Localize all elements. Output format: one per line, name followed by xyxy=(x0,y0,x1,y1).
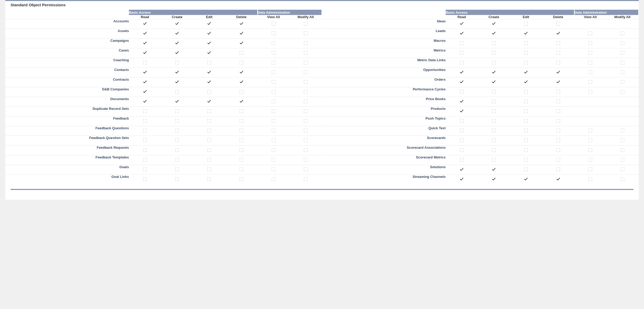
perm-cell-view all[interactable] xyxy=(258,78,290,87)
perm-cell-modify all[interactable] xyxy=(606,155,638,165)
perm-cell-delete[interactable] xyxy=(225,39,257,48)
perm-cell-modify all[interactable] xyxy=(290,165,322,175)
perm-cell-view all[interactable] xyxy=(258,165,290,175)
perm-cell-modify all[interactable] xyxy=(290,78,322,87)
perm-cell-read[interactable] xyxy=(129,146,161,155)
perm-cell-edit[interactable] xyxy=(510,116,542,126)
perm-cell-delete[interactable] xyxy=(225,97,257,107)
perm-cell-delete[interactable] xyxy=(542,146,574,155)
perm-cell-view all[interactable] xyxy=(574,136,606,146)
perm-cell-delete[interactable] xyxy=(225,136,257,146)
perm-cell-view all[interactable] xyxy=(574,97,606,107)
perm-cell-read[interactable] xyxy=(129,29,161,39)
perm-cell-edit[interactable] xyxy=(193,136,225,146)
perm-cell-edit[interactable] xyxy=(193,146,225,155)
perm-cell-delete[interactable] xyxy=(542,107,574,116)
perm-cell-delete[interactable] xyxy=(225,146,257,155)
perm-cell-create[interactable] xyxy=(161,19,193,29)
perm-cell-modify all[interactable] xyxy=(606,19,638,29)
perm-cell-read[interactable] xyxy=(446,87,478,97)
perm-cell-create[interactable] xyxy=(161,126,193,136)
perm-cell-modify all[interactable] xyxy=(290,39,322,48)
perm-cell-view all[interactable] xyxy=(258,107,290,116)
perm-cell-modify all[interactable] xyxy=(290,126,322,136)
perm-cell-delete[interactable] xyxy=(542,68,574,78)
perm-cell-modify all[interactable] xyxy=(606,107,638,116)
perm-cell-read[interactable] xyxy=(129,116,161,126)
perm-cell-delete[interactable] xyxy=(542,39,574,48)
perm-cell-delete[interactable] xyxy=(225,68,257,78)
perm-cell-modify all[interactable] xyxy=(606,136,638,146)
perm-cell-create[interactable] xyxy=(478,107,510,116)
perm-cell-read[interactable] xyxy=(446,126,478,136)
perm-cell-modify all[interactable] xyxy=(606,58,638,68)
perm-cell-edit[interactable] xyxy=(510,175,542,184)
perm-cell-create[interactable] xyxy=(161,39,193,48)
perm-cell-delete[interactable] xyxy=(225,126,257,136)
perm-cell-view all[interactable] xyxy=(574,175,606,184)
perm-cell-read[interactable] xyxy=(129,175,161,184)
perm-cell-delete[interactable] xyxy=(225,29,257,39)
perm-cell-modify all[interactable] xyxy=(606,146,638,155)
perm-cell-view all[interactable] xyxy=(258,87,290,97)
perm-cell-edit[interactable] xyxy=(193,68,225,78)
perm-cell-edit[interactable] xyxy=(510,87,542,97)
perm-cell-read[interactable] xyxy=(129,136,161,146)
perm-cell-modify all[interactable] xyxy=(606,175,638,184)
perm-cell-read[interactable] xyxy=(129,87,161,97)
perm-cell-edit[interactable] xyxy=(510,29,542,39)
perm-cell-delete[interactable] xyxy=(225,78,257,87)
perm-cell-edit[interactable] xyxy=(193,48,225,58)
perm-cell-delete[interactable] xyxy=(542,97,574,107)
perm-cell-create[interactable] xyxy=(478,68,510,78)
perm-cell-create[interactable] xyxy=(161,78,193,87)
perm-cell-delete[interactable] xyxy=(225,155,257,165)
perm-cell-delete[interactable] xyxy=(542,58,574,68)
perm-cell-edit[interactable] xyxy=(193,19,225,29)
perm-cell-view all[interactable] xyxy=(258,155,290,165)
perm-cell-create[interactable] xyxy=(161,68,193,78)
perm-cell-modify all[interactable] xyxy=(606,78,638,87)
perm-cell-read[interactable] xyxy=(129,78,161,87)
perm-cell-delete[interactable] xyxy=(225,48,257,58)
perm-cell-delete[interactable] xyxy=(225,116,257,126)
perm-cell-view all[interactable] xyxy=(574,58,606,68)
perm-cell-delete[interactable] xyxy=(542,116,574,126)
perm-cell-read[interactable] xyxy=(129,126,161,136)
perm-cell-view all[interactable] xyxy=(258,175,290,184)
perm-cell-read[interactable] xyxy=(446,39,478,48)
perm-cell-create[interactable] xyxy=(161,97,193,107)
perm-cell-view all[interactable] xyxy=(574,19,606,29)
perm-cell-modify all[interactable] xyxy=(290,48,322,58)
perm-cell-view all[interactable] xyxy=(258,48,290,58)
perm-cell-modify all[interactable] xyxy=(290,116,322,126)
perm-cell-read[interactable] xyxy=(129,97,161,107)
perm-cell-edit[interactable] xyxy=(510,68,542,78)
perm-cell-read[interactable] xyxy=(446,107,478,116)
perm-cell-edit[interactable] xyxy=(193,29,225,39)
perm-cell-create[interactable] xyxy=(161,136,193,146)
perm-cell-create[interactable] xyxy=(161,29,193,39)
perm-cell-edit[interactable] xyxy=(193,165,225,175)
perm-cell-read[interactable] xyxy=(446,146,478,155)
perm-cell-read[interactable] xyxy=(446,116,478,126)
perm-cell-read[interactable] xyxy=(129,68,161,78)
perm-cell-view all[interactable] xyxy=(258,39,290,48)
perm-cell-create[interactable] xyxy=(478,87,510,97)
perm-cell-read[interactable] xyxy=(446,97,478,107)
perm-cell-create[interactable] xyxy=(161,58,193,68)
perm-cell-delete[interactable] xyxy=(542,126,574,136)
perm-cell-edit[interactable] xyxy=(510,78,542,87)
perm-cell-view all[interactable] xyxy=(574,78,606,87)
perm-cell-create[interactable] xyxy=(478,97,510,107)
perm-cell-edit[interactable] xyxy=(510,155,542,165)
perm-cell-view all[interactable] xyxy=(258,58,290,68)
perm-cell-modify all[interactable] xyxy=(606,29,638,39)
perm-cell-read[interactable] xyxy=(446,19,478,29)
perm-cell-modify all[interactable] xyxy=(606,97,638,107)
perm-cell-create[interactable] xyxy=(478,58,510,68)
perm-cell-create[interactable] xyxy=(161,175,193,184)
perm-cell-create[interactable] xyxy=(161,48,193,58)
perm-cell-edit[interactable] xyxy=(510,146,542,155)
perm-cell-create[interactable] xyxy=(161,116,193,126)
